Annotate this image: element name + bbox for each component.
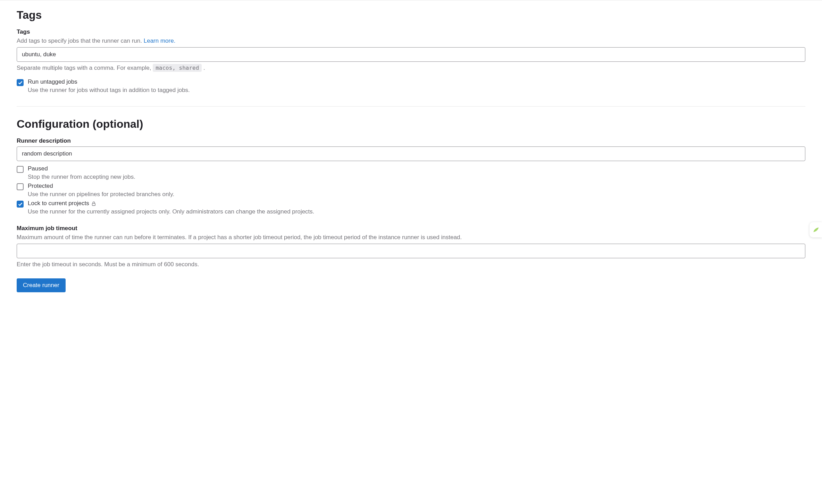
- check-icon: [18, 202, 23, 207]
- config-checkbox-list: Paused Stop the runner from accepting ne…: [17, 165, 805, 215]
- timeout-description: Maximum amount of time the runner can ru…: [17, 234, 805, 241]
- locked-label-text: Lock to current projects: [28, 200, 89, 207]
- tags-heading: Tags: [17, 9, 805, 22]
- paused-content: Paused Stop the runner from accepting ne…: [28, 165, 805, 180]
- tags-field-group: Tags Add tags to specify jobs that the r…: [17, 28, 805, 72]
- tags-help-code: macos, shared: [153, 64, 202, 72]
- floating-badge[interactable]: [810, 222, 822, 237]
- tags-description: Add tags to specify jobs that the runner…: [17, 37, 805, 44]
- configuration-heading: Configuration (optional): [17, 118, 805, 131]
- locked-content: Lock to current projects Use the runner …: [28, 200, 805, 215]
- lock-icon: [91, 201, 96, 206]
- untagged-content: Run untagged jobs Use the runner for job…: [28, 78, 805, 94]
- description-label: Runner description: [17, 137, 805, 144]
- paused-checkbox[interactable]: [17, 166, 24, 173]
- timeout-help: Enter the job timeout in seconds. Must b…: [17, 261, 805, 268]
- timeout-input[interactable]: [17, 244, 805, 258]
- untagged-label: Run untagged jobs: [28, 78, 805, 85]
- tags-help-prefix: Separate multiple tags with a comma. For…: [17, 65, 153, 71]
- timeout-label: Maximum job timeout: [17, 225, 805, 232]
- protected-label: Protected: [28, 183, 805, 190]
- untagged-help: Use the runner for jobs without tags in …: [28, 87, 805, 94]
- create-runner-button[interactable]: Create runner: [17, 278, 66, 292]
- locked-label: Lock to current projects: [28, 200, 805, 207]
- check-icon: [18, 81, 23, 85]
- protected-checkbox-row: Protected Use the runner on pipelines fo…: [17, 183, 805, 198]
- locked-help: Use the runner for the currently assigne…: [28, 208, 805, 215]
- paused-help: Stop the runner from accepting new jobs.: [28, 174, 805, 180]
- section-divider: [17, 106, 805, 107]
- leaf-icon: [812, 226, 819, 233]
- tags-label: Tags: [17, 28, 805, 35]
- locked-checkbox-row: Lock to current projects Use the runner …: [17, 200, 805, 215]
- description-input[interactable]: [17, 146, 805, 161]
- svg-rect-0: [92, 203, 95, 205]
- tags-section: Tags Tags Add tags to specify jobs that …: [17, 9, 805, 94]
- paused-checkbox-row: Paused Stop the runner from accepting ne…: [17, 165, 805, 180]
- protected-help: Use the runner on pipelines for protecte…: [28, 191, 805, 198]
- configuration-section: Configuration (optional) Runner descript…: [17, 118, 805, 292]
- protected-content: Protected Use the runner on pipelines fo…: [28, 183, 805, 198]
- protected-checkbox[interactable]: [17, 183, 24, 190]
- description-field-group: Runner description: [17, 137, 805, 161]
- locked-checkbox[interactable]: [17, 201, 24, 208]
- untagged-checkbox-row: Run untagged jobs Use the runner for job…: [17, 78, 805, 94]
- timeout-field-group: Maximum job timeout Maximum amount of ti…: [17, 225, 805, 268]
- tags-description-text: Add tags to specify jobs that the runner…: [17, 37, 144, 44]
- tags-input[interactable]: [17, 47, 805, 62]
- tags-help-text: Separate multiple tags with a comma. For…: [17, 65, 805, 72]
- untagged-checkbox[interactable]: [17, 79, 24, 86]
- tags-help-suffix: .: [202, 65, 205, 71]
- learn-more-link[interactable]: Learn more.: [144, 37, 176, 44]
- paused-label: Paused: [28, 165, 805, 172]
